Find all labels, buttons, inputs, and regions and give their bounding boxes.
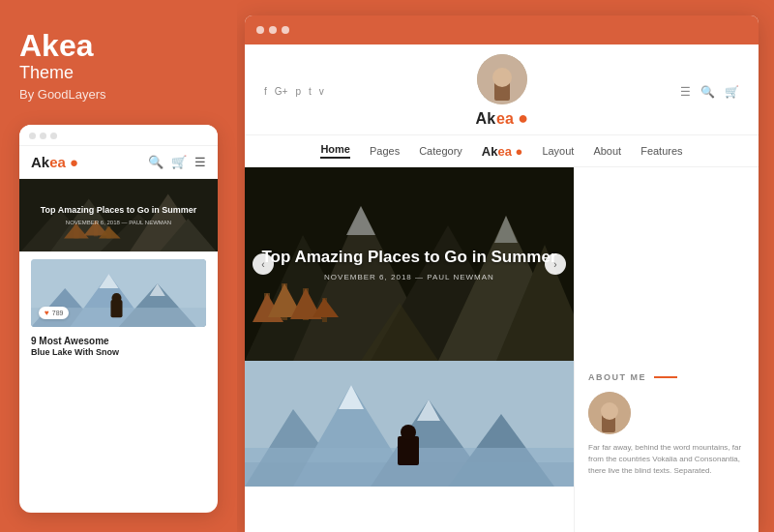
desktop-dot-3 bbox=[282, 26, 289, 34]
mobile-dot-2 bbox=[40, 133, 46, 139]
about-label: ABOUT ME bbox=[588, 372, 646, 382]
mobile-like-badge[interactable]: ♥ 789 bbox=[39, 307, 69, 319]
like-count: 789 bbox=[52, 310, 64, 316]
left-panel: Akea Theme By GoodLayers Akea ● 🔍 🛒 ☰ bbox=[0, 0, 237, 532]
search-icon[interactable]: 🔍 bbox=[148, 155, 164, 169]
desktop-post2-image bbox=[245, 361, 574, 487]
desktop-search-icon[interactable]: 🔍 bbox=[700, 85, 715, 99]
nav-home[interactable]: Home bbox=[320, 143, 350, 159]
menu-icon[interactable]: ☰ bbox=[194, 155, 206, 169]
mobile-hero-overlay: Top Amazing Places to Go in Summer NOVEM… bbox=[19, 179, 218, 251]
mobile-post-title: 9 Most Awesome bbox=[31, 335, 206, 347]
svg-rect-49 bbox=[245, 462, 574, 487]
mobile-mockup: Akea ● 🔍 🛒 ☰ bbox=[19, 125, 218, 513]
desktop-logo-center: Akea ● bbox=[476, 54, 529, 129]
cart-icon[interactable]: 🛒 bbox=[171, 155, 187, 169]
desktop-header-right: ☰ 🔍 🛒 bbox=[680, 85, 739, 99]
mobile-hero-title: Top Amazing Places to Go in Summer bbox=[41, 205, 197, 217]
mobile-post-subtitle: Blue Lake With Snow bbox=[31, 347, 206, 357]
brand-subtitle: Theme bbox=[19, 63, 218, 83]
about-divider bbox=[654, 376, 677, 378]
nav-category[interactable]: Category bbox=[419, 145, 462, 157]
desktop-sidebar: ABOUT ME Far far away, behind the word m… bbox=[574, 361, 759, 532]
mobile-hero: Top Amazing Places to Go in Summer NOVEM… bbox=[19, 179, 218, 251]
mobile-dot-1 bbox=[29, 133, 36, 139]
desktop-mockup: f G+ p t v Akea ● ☰ bbox=[245, 15, 759, 532]
brand-title: Akea bbox=[19, 29, 218, 63]
svg-point-51 bbox=[401, 425, 416, 440]
desktop-content: f G+ p t v Akea ● ☰ bbox=[245, 44, 759, 532]
desktop-menu-icon[interactable]: ☰ bbox=[680, 85, 691, 99]
desktop-hero-title: Top Amazing Places to Go in Summer bbox=[261, 248, 556, 267]
desktop-dot-2 bbox=[269, 26, 277, 34]
desktop-main: Top Amazing Places to Go in Summer NOVEM… bbox=[245, 167, 759, 532]
desktop-cart-icon[interactable]: 🛒 bbox=[725, 85, 739, 99]
social-twitter[interactable]: t bbox=[309, 86, 312, 97]
brand-by: By GoodLayers bbox=[19, 87, 218, 102]
mobile-dot-3 bbox=[50, 133, 57, 139]
mobile-header-icons: 🔍 🛒 ☰ bbox=[148, 155, 206, 169]
desktop-avatar bbox=[477, 54, 527, 104]
about-avatar bbox=[588, 392, 631, 434]
mobile-post-image: ♥ 789 bbox=[31, 259, 206, 327]
svg-point-23 bbox=[492, 68, 512, 87]
desktop-hero-meta: NOVEMBER 6, 2018 — PAUL NEWMAN bbox=[324, 273, 494, 281]
svg-point-54 bbox=[601, 402, 618, 420]
desktop-hero-slider: Top Amazing Places to Go in Summer NOVEM… bbox=[245, 167, 574, 361]
nav-about[interactable]: About bbox=[593, 145, 621, 157]
slider-prev-button[interactable]: ‹ bbox=[253, 253, 274, 275]
mobile-topbar bbox=[19, 125, 218, 146]
mobile-post: ♥ 789 9 Most Awesome Blue Lake With Snow bbox=[19, 251, 218, 513]
svg-rect-50 bbox=[398, 436, 419, 465]
mobile-logo: Akea ● bbox=[31, 154, 78, 170]
about-header: ABOUT ME bbox=[588, 372, 745, 382]
social-vimeo[interactable]: v bbox=[319, 86, 324, 97]
desktop-header: f G+ p t v Akea ● ☰ bbox=[245, 44, 759, 135]
social-gplus[interactable]: G+ bbox=[275, 86, 288, 97]
slider-next-button[interactable]: › bbox=[545, 253, 566, 275]
desktop-logo-accent: ea ● bbox=[496, 108, 528, 129]
mobile-hero-meta: NOVEMBER 6, 2018 — PAUL NEWMAN bbox=[66, 220, 171, 225]
social-facebook[interactable]: f bbox=[264, 86, 267, 97]
desktop-dot-1 bbox=[256, 26, 264, 34]
nav-logo[interactable]: Akea ● bbox=[482, 144, 523, 159]
nav-layout[interactable]: Layout bbox=[542, 145, 574, 157]
desktop-topbar bbox=[245, 15, 759, 44]
mobile-logo-accent: ea ● bbox=[49, 154, 78, 170]
desktop-bottom: ABOUT ME Far far away, behind the word m… bbox=[245, 361, 759, 532]
desktop-hero-overlay: Top Amazing Places to Go in Summer NOVEM… bbox=[245, 167, 574, 361]
desktop-nav: Home Pages Category Akea ● Layout About … bbox=[245, 135, 759, 167]
social-pinterest[interactable]: p bbox=[295, 86, 301, 97]
svg-point-20 bbox=[111, 293, 121, 303]
mobile-header: Akea ● 🔍 🛒 ☰ bbox=[19, 146, 218, 179]
desktop-social: f G+ p t v bbox=[264, 86, 324, 97]
heart-icon: ♥ bbox=[45, 309, 49, 317]
nav-pages[interactable]: Pages bbox=[370, 145, 400, 157]
desktop-logo-text: Akea ● bbox=[476, 108, 529, 129]
nav-features[interactable]: Features bbox=[640, 145, 682, 157]
about-text: Far far away, behind the word mountains,… bbox=[588, 442, 745, 477]
